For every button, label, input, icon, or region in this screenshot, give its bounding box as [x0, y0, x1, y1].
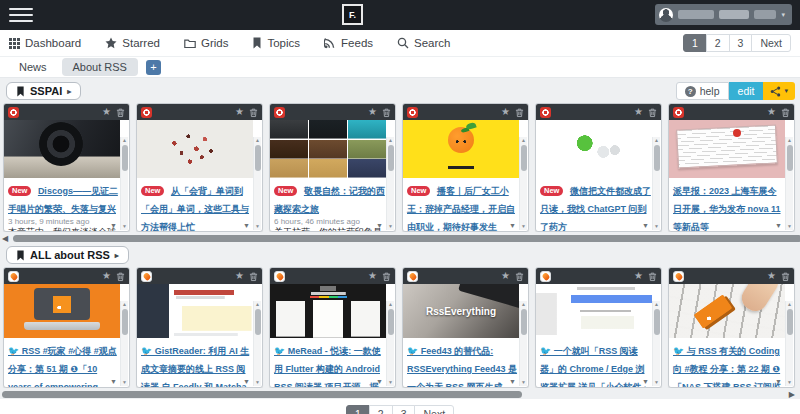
trash-icon[interactable]: [515, 271, 524, 282]
article-title-link[interactable]: 🐦 Feed43 的替代品: RSSEverything Feed43 是一个为…: [407, 346, 517, 387]
page-2-button[interactable]: 2: [369, 405, 393, 414]
card-scrollbar[interactable]: ▲▼: [386, 301, 394, 386]
expand-icon[interactable]: ▼: [110, 378, 117, 385]
keyboard-thumbnail[interactable]: [669, 284, 785, 338]
scroll-left-icon[interactable]: ◀: [2, 234, 8, 243]
article-card[interactable]: ★🐦 RSS #玩家 #心得 #观点 分享：第 51 期 ❶「10 years …: [3, 267, 130, 388]
expand-icon[interactable]: ▼: [243, 222, 250, 229]
tibet-thumbnail[interactable]: [270, 120, 386, 178]
app-logo[interactable]: F.: [342, 4, 363, 25]
article-card[interactable]: ★RssEverything🐦 Feed43 的替代品: RSSEverythi…: [402, 267, 529, 388]
trash-icon[interactable]: [648, 271, 657, 282]
scroll-up-icon[interactable]: ▲: [388, 137, 393, 144]
article-card[interactable]: ★New 敬畏自然：记我的西藏探索之旅6 hours, 46 minutes a…: [269, 103, 396, 232]
article-card[interactable]: ★New 从「会背」单词到「会用」单词，这些工具与方法帮得上忙5 hours, …: [136, 103, 263, 232]
star-icon[interactable]: ★: [235, 107, 244, 117]
scrollbar-thumb[interactable]: [122, 145, 128, 171]
nav-item-topics[interactable]: Topics: [252, 37, 300, 49]
scroll-up-icon[interactable]: ▲: [388, 301, 393, 308]
page-1-button[interactable]: 1: [683, 34, 707, 52]
expand-icon[interactable]: ▼: [243, 378, 250, 385]
star-icon[interactable]: ★: [235, 271, 244, 281]
gistreader-thumbnail[interactable]: [137, 284, 253, 338]
scrollbar-thumb[interactable]: [521, 309, 527, 335]
expand-icon[interactable]: ▼: [509, 378, 516, 385]
scrollbar-thumb[interactable]: [787, 309, 793, 335]
vinyl-thumbnail[interactable]: [4, 120, 120, 178]
article-title-link[interactable]: 🐦 与 RSS 有关的 Coding 向 #教程 分享：第 22 期 ❶「NAS…: [673, 346, 782, 387]
article-card[interactable]: ★🐦 GistReader: 利用 AI 生成文章摘要的线上 RSS 阅读器 自…: [136, 267, 263, 388]
card-scrollbar[interactable]: ▲▼: [253, 301, 261, 386]
expand-icon[interactable]: ▼: [775, 222, 782, 229]
scroll-up-icon[interactable]: ▲: [521, 137, 526, 144]
star-icon[interactable]: ★: [368, 107, 377, 117]
scroll-down-icon[interactable]: ▼: [521, 223, 526, 230]
scroll-down-icon[interactable]: ▼: [388, 379, 393, 386]
trash-icon[interactable]: [382, 107, 391, 118]
scroll-down-icon[interactable]: ▼: [654, 379, 659, 386]
scroll-up-icon[interactable]: ▲: [255, 137, 260, 144]
expand-icon[interactable]: ▼: [110, 222, 117, 229]
trash-icon[interactable]: [515, 107, 524, 118]
scrollbar-thumb[interactable]: [654, 309, 660, 335]
scrollbar-thumb[interactable]: [255, 309, 261, 335]
next-page-button[interactable]: Next: [751, 34, 791, 52]
wechat-thumbnail[interactable]: [536, 120, 652, 178]
expand-icon[interactable]: ▼: [376, 222, 383, 229]
expand-icon[interactable]: ▼: [376, 378, 383, 385]
scrollbar-thumb[interactable]: [13, 235, 800, 242]
star-icon[interactable]: ★: [102, 271, 111, 281]
hamburger-menu-button[interactable]: [8, 6, 34, 24]
page-3-button[interactable]: 3: [392, 405, 416, 414]
star-icon[interactable]: ★: [102, 107, 111, 117]
trash-icon[interactable]: [249, 271, 258, 282]
card-scrollbar[interactable]: ▲▼: [785, 137, 793, 230]
nav-item-starred[interactable]: Starred: [105, 37, 160, 49]
scroll-up-icon[interactable]: ▲: [654, 137, 659, 144]
trash-icon[interactable]: [781, 271, 790, 282]
article-card[interactable]: ★🐦 一个就叫「RSS 阅读器」的 Chrome / Edge 浏览器扩展 详见…: [535, 267, 662, 388]
scrollbar-thumb[interactable]: [2, 391, 522, 398]
star-icon[interactable]: ★: [634, 107, 643, 117]
nav-item-grids[interactable]: Grids: [184, 37, 228, 49]
laptop-thumbnail[interactable]: [4, 284, 120, 338]
star-icon[interactable]: ★: [767, 271, 776, 281]
section-button-sspai[interactable]: SSPAI ▸: [6, 82, 81, 100]
scroll-up-icon[interactable]: ▲: [787, 301, 792, 308]
card-scrollbar[interactable]: ▲▼: [785, 301, 793, 386]
card-scrollbar[interactable]: ▲▼: [253, 137, 261, 230]
trash-icon[interactable]: [249, 107, 258, 118]
star-icon[interactable]: ★: [634, 271, 643, 281]
trash-icon[interactable]: [648, 107, 657, 118]
star-icon[interactable]: ★: [368, 271, 377, 281]
article-card[interactable]: ★New 播客｜后厂女工小王：辞掉产品经理，开启自由职业，期待好事发生8 hou…: [402, 103, 529, 232]
scrollbar-thumb[interactable]: [122, 309, 128, 335]
scroll-up-icon[interactable]: ▲: [787, 137, 792, 144]
phones-thumbnail[interactable]: [270, 284, 386, 338]
chrome-ext-thumbnail[interactable]: [536, 284, 652, 338]
scroll-up-icon[interactable]: ▲: [122, 301, 127, 308]
scrollbar-thumb[interactable]: [388, 145, 394, 171]
newspaper-thumbnail[interactable]: [669, 120, 785, 178]
scroll-up-icon[interactable]: ▲: [654, 301, 659, 308]
scroll-down-icon[interactable]: ▼: [255, 379, 260, 386]
scroll-down-icon[interactable]: ▼: [521, 379, 526, 386]
card-scrollbar[interactable]: ▲▼: [519, 137, 527, 230]
scroll-up-icon[interactable]: ▲: [255, 301, 260, 308]
card-scrollbar[interactable]: ▲▼: [519, 301, 527, 386]
next-page-button[interactable]: Next: [414, 405, 454, 414]
trash-icon[interactable]: [116, 107, 125, 118]
article-card[interactable]: ★New Discogs——见证二手唱片的繁荣、失落与复兴3 hours, 9 …: [3, 103, 130, 232]
star-icon[interactable]: ★: [767, 107, 776, 117]
page-2-button[interactable]: 2: [706, 34, 730, 52]
article-card[interactable]: ★派早报：2023 上海车展今日开展，华为发布 nova 11 等新品等14 h…: [668, 103, 795, 232]
words-thumbnail[interactable]: [137, 120, 253, 178]
scrollbar-thumb[interactable]: [388, 309, 394, 335]
scrollbar-thumb[interactable]: [255, 145, 261, 171]
scrollbar-thumb[interactable]: [521, 145, 527, 171]
article-card[interactable]: ★New 微信把文件都改成了只读，我找 ChatGPT 问到了药方10 hour…: [535, 103, 662, 232]
share-button[interactable]: ▾: [763, 82, 795, 100]
scroll-down-icon[interactable]: ▼: [122, 223, 127, 230]
add-tab-button[interactable]: +: [146, 60, 161, 75]
scroll-up-icon[interactable]: ▲: [521, 301, 526, 308]
